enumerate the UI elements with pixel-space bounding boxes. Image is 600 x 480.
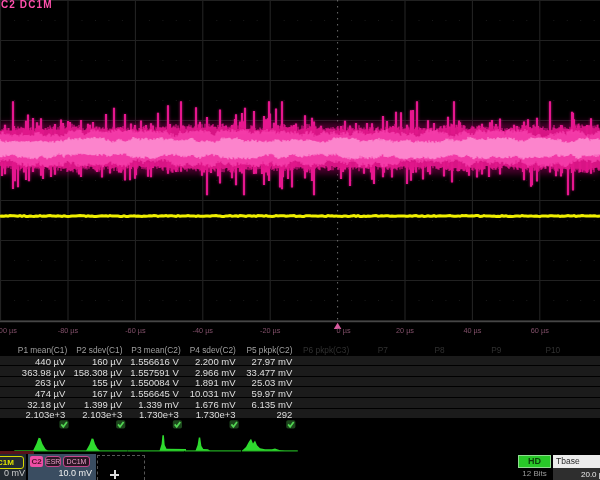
svg-text:20 µs: 20 µs xyxy=(396,326,414,335)
svg-text:0 µs: 0 µs xyxy=(337,326,351,335)
svg-text:-60 µs: -60 µs xyxy=(125,326,146,335)
svg-text:-100 µs: -100 µs xyxy=(0,326,17,335)
svg-text:40 µs: 40 µs xyxy=(463,326,481,335)
svg-text:-20 µs: -20 µs xyxy=(260,326,281,335)
svg-text:60 µs: 60 µs xyxy=(531,326,549,335)
svg-text:-40 µs: -40 µs xyxy=(193,326,214,335)
svg-text:-80 µs: -80 µs xyxy=(58,326,79,335)
